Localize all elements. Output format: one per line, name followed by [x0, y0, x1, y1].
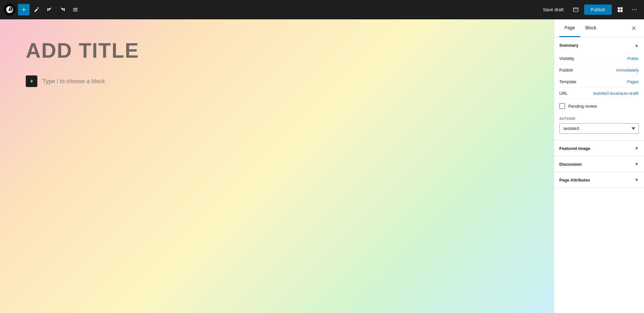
summary-panel-title: Summary	[559, 43, 578, 48]
visibility-row: Visibility Public	[559, 53, 639, 64]
svg-rect-3	[618, 10, 620, 12]
svg-rect-2	[620, 7, 623, 10]
save-draft-button[interactable]: Save draft	[539, 5, 567, 14]
url-row: URL testsite3.local/auto-draft/	[559, 88, 639, 99]
list-view-button[interactable]	[70, 4, 81, 15]
more-options-button[interactable]	[629, 4, 640, 15]
page-attributes-panel-header[interactable]: Page Attributes ▼	[554, 172, 644, 188]
publish-label: Publish	[559, 68, 573, 73]
wordpress-logo[interactable]	[4, 4, 15, 15]
template-row: Template Pages	[559, 76, 639, 88]
url-label: URL	[559, 91, 568, 96]
main-area: ADD TITLE + Type / to choose a block Pag…	[0, 19, 644, 313]
tab-page[interactable]: Page	[559, 19, 580, 37]
page-attributes-chevron-icon: ▼	[634, 177, 639, 182]
sidebar-header: Page Block ✕	[554, 19, 644, 37]
publish-row: Publish Immediately	[559, 64, 639, 76]
visibility-value[interactable]: Public	[628, 56, 639, 61]
sidebar-close-button[interactable]: ✕	[629, 23, 639, 34]
discussion-panel: Discussion ▼	[554, 156, 644, 172]
author-select[interactable]: testsite3	[559, 123, 639, 134]
add-block-toolbar-button[interactable]: +	[18, 4, 30, 15]
toolbar-left: +	[4, 4, 81, 15]
redo-button[interactable]	[57, 4, 68, 15]
toolbar-right: Save draft Publish	[539, 4, 640, 15]
add-block-inline-button[interactable]: +	[26, 75, 37, 87]
template-value[interactable]: Pages	[627, 79, 639, 84]
summary-panel-body: Visibility Public Publish Immediately Te…	[554, 53, 644, 140]
post-title[interactable]: ADD TITLE	[26, 39, 528, 63]
pending-review-checkbox[interactable]	[559, 103, 565, 109]
visibility-label: Visibility	[559, 56, 574, 61]
summary-panel-header[interactable]: Summary ▲	[554, 37, 644, 53]
sidebar-tabs: Page Block	[559, 19, 629, 37]
svg-point-7	[636, 9, 637, 10]
view-toggle-button[interactable]	[614, 4, 626, 15]
publish-button[interactable]: Publish	[584, 5, 612, 15]
svg-point-6	[634, 9, 635, 10]
svg-rect-4	[620, 10, 623, 12]
page-attributes-panel: Page Attributes ▼	[554, 172, 644, 188]
featured-image-chevron-icon: ▼	[634, 146, 639, 151]
featured-image-panel: Featured image ▼	[554, 141, 644, 156]
sidebar: Page Block ✕ Summary ▲ Visibility Public	[554, 19, 644, 313]
author-section: AUTHOR testsite3	[559, 113, 639, 135]
featured-image-panel-header[interactable]: Featured image ▼	[554, 141, 644, 156]
discussion-panel-header[interactable]: Discussion ▼	[554, 156, 644, 172]
block-placeholder-text: Type / to choose a block	[43, 78, 105, 85]
url-value[interactable]: testsite3.local/auto-draft/	[593, 91, 639, 96]
page-attributes-panel-title: Page Attributes	[559, 178, 590, 182]
editor-canvas: ADD TITLE + Type / to choose a block	[0, 19, 554, 313]
publish-value[interactable]: Immediately	[616, 68, 639, 73]
summary-panel: Summary ▲ Visibility Public Publish Imme…	[554, 37, 644, 141]
svg-rect-0	[573, 8, 578, 12]
undo-button[interactable]	[44, 4, 55, 15]
template-label: Template	[559, 79, 576, 84]
svg-point-5	[632, 9, 633, 10]
sidebar-content: Summary ▲ Visibility Public Publish Imme…	[554, 37, 644, 313]
discussion-chevron-icon: ▼	[634, 161, 639, 167]
preview-button[interactable]	[570, 4, 582, 15]
tab-block[interactable]: Block	[580, 19, 601, 37]
pending-review-label: Pending review	[568, 104, 597, 109]
toolbar: + Save draft Publish	[0, 0, 644, 19]
edit-button[interactable]	[31, 4, 43, 15]
discussion-panel-title: Discussion	[559, 162, 582, 167]
summary-chevron-icon: ▲	[634, 43, 639, 48]
featured-image-panel-title: Featured image	[559, 146, 590, 151]
svg-rect-1	[618, 7, 620, 10]
pending-review-row: Pending review	[559, 99, 639, 113]
author-label: AUTHOR	[559, 117, 639, 121]
block-placeholder-row: + Type / to choose a block	[26, 75, 105, 87]
